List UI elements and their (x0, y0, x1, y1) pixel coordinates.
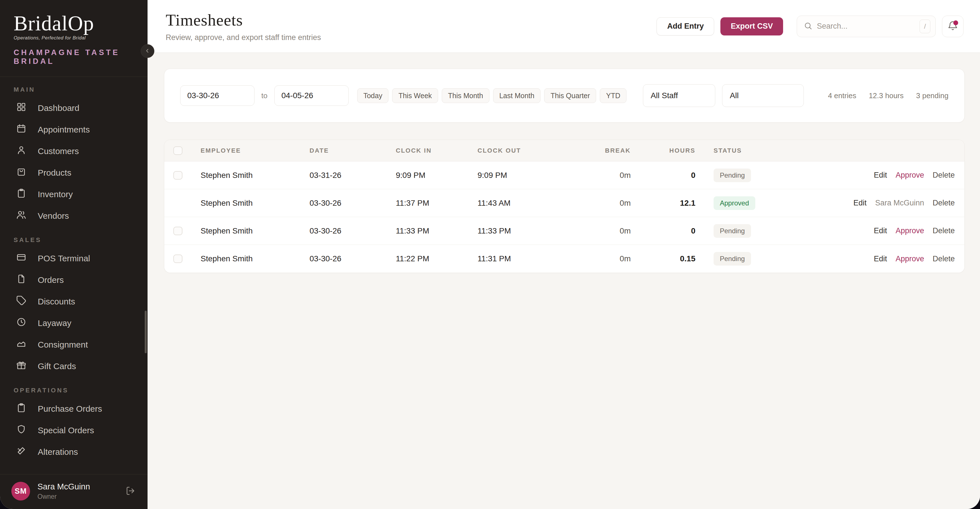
entries-count: 4 entries (828, 91, 856, 100)
approve-link[interactable]: Approve (896, 254, 924, 263)
edit-link[interactable]: Edit (853, 199, 867, 207)
edit-link[interactable]: Edit (874, 171, 887, 180)
cell-date: 03-30-26 (310, 226, 396, 235)
edit-link[interactable]: Edit (874, 226, 887, 235)
sidebar-item-customers[interactable]: Customers (0, 140, 148, 162)
table-header-row: EMPLOYEE DATE CLOCK IN CLOCK OUT BREAK H… (164, 140, 964, 161)
cell-clock-in: 11:37 PM (396, 199, 477, 208)
user-role: Owner (37, 493, 90, 501)
sidebar-item-label: Special Orders (38, 426, 94, 435)
app-logo: BridalOp (14, 13, 134, 35)
cell-clock-in: 11:33 PM (396, 226, 477, 235)
select-all-checkbox[interactable] (173, 146, 183, 155)
add-entry-button[interactable]: Add Entry (657, 17, 714, 35)
range-this-quarter-button[interactable]: This Quarter (544, 88, 596, 103)
sidebar-collapse-button[interactable] (141, 44, 154, 58)
brand-block: BridalOp Operations, Perfected for Brida… (0, 0, 148, 77)
logout-button[interactable] (126, 486, 135, 496)
column-header-hours: HOURS (631, 147, 695, 154)
notifications-button[interactable] (942, 16, 964, 37)
shopping-bag-icon (16, 167, 26, 179)
cell-date: 03-30-26 (310, 254, 396, 263)
sidebar-item-consignment[interactable]: Consignment (0, 334, 148, 356)
sidebar-item-label: Gift Cards (38, 361, 76, 371)
user-info: Sara McGuinn Owner (37, 482, 90, 501)
sidebar-item-label: Alterations (38, 447, 78, 457)
sidebar-scrollbar[interactable] (145, 311, 147, 353)
delete-link[interactable]: Delete (932, 199, 955, 207)
row-checkbox[interactable] (173, 171, 183, 180)
range-this-month-button[interactable]: This Month (442, 88, 490, 103)
range-ytd-button[interactable]: YTD (600, 88, 627, 103)
sidebar-item-special-orders[interactable]: Special Orders (0, 420, 148, 441)
sidebar-item-vendors[interactable]: Vendors (0, 205, 148, 227)
table-row: Stephen Smith 03-30-26 11:33 PM 11:33 PM… (164, 217, 964, 245)
status-badge: Approved (714, 196, 755, 210)
search-shortcut-key: / (920, 19, 930, 33)
logout-icon (126, 492, 135, 496)
status-badge: Pending (714, 169, 751, 182)
sidebar-item-label: Orders (38, 275, 64, 285)
sidebar-nav: MAIN Dashboard Appointments Customers Pr… (0, 77, 148, 474)
chevron-left-icon (145, 48, 151, 55)
status-filter-select[interactable]: All (722, 84, 804, 107)
sidebar-item-discounts[interactable]: Discounts (0, 291, 148, 312)
staff-filter-select[interactable]: All Staff (643, 84, 715, 107)
cell-clock-in: 9:09 PM (396, 171, 477, 180)
filter-bar: to Today This Week This Month Last Month… (164, 68, 965, 122)
topbar: Timesheets Review, approve, and export s… (148, 0, 980, 53)
row-checkbox[interactable] (173, 227, 183, 235)
sidebar-item-orders[interactable]: Orders (0, 269, 148, 291)
delete-link[interactable]: Delete (932, 171, 955, 180)
sidebar-item-layaway[interactable]: Layaway (0, 312, 148, 334)
cell-clock-out: 11:33 PM (477, 226, 585, 235)
range-today-button[interactable]: Today (357, 88, 389, 103)
sidebar-item-dashboard[interactable]: Dashboard (0, 97, 148, 119)
export-csv-button[interactable]: Export CSV (721, 17, 783, 35)
user-icon (16, 145, 26, 157)
page-subtitle: Review, approve, and export staff time e… (166, 33, 321, 42)
cell-clock-out: 11:43 AM (477, 199, 585, 208)
sidebar-item-purchase-orders[interactable]: Purchase Orders (0, 398, 148, 420)
edit-link[interactable]: Edit (874, 254, 887, 263)
user-footer: SM Sara McGuinn Owner (0, 474, 148, 509)
row-checkbox[interactable] (173, 254, 183, 263)
search-icon (804, 22, 812, 31)
date-from-input[interactable] (180, 85, 255, 106)
sidebar-item-alterations[interactable]: Alterations (0, 441, 148, 463)
page-heading: Timesheets Review, approve, and export s… (166, 11, 321, 42)
approve-link[interactable]: Approve (896, 226, 924, 235)
row-actions: Edit Approve Delete (874, 226, 955, 235)
sidebar-item-inventory[interactable]: Inventory (0, 184, 148, 205)
delete-link[interactable]: Delete (932, 226, 955, 235)
sidebar-item-products[interactable]: Products (0, 162, 148, 184)
cell-break: 0m (585, 254, 631, 263)
range-last-month-button[interactable]: Last Month (493, 88, 541, 103)
file-icon (16, 274, 26, 286)
cell-employee: Stephen Smith (200, 199, 310, 208)
app-window: BridalOp Operations, Perfected for Brida… (0, 0, 980, 509)
users-icon (16, 210, 26, 222)
column-header-clock-in: CLOCK IN (396, 147, 477, 154)
sidebar-item-pos-terminal[interactable]: POS Terminal (0, 248, 148, 269)
delete-link[interactable]: Delete (932, 254, 955, 263)
approve-link[interactable]: Approve (896, 171, 924, 180)
cell-date: 03-30-26 (310, 199, 396, 208)
tag-icon (16, 295, 26, 307)
nav-section-main: MAIN (14, 86, 148, 93)
sidebar-item-appointments[interactable]: Appointments (0, 119, 148, 140)
quick-range-group: Today This Week This Month Last Month Th… (357, 88, 627, 103)
cell-employee: Stephen Smith (200, 226, 310, 235)
store-name: CHAMPAGNE TASTE BRIDAL (14, 48, 134, 66)
range-this-week-button[interactable]: This Week (392, 88, 438, 103)
table-row: Stephen Smith 03-31-26 9:09 PM 9:09 PM 0… (164, 161, 964, 189)
sidebar-item-gift-cards[interactable]: Gift Cards (0, 356, 148, 377)
user-name: Sara McGuinn (37, 482, 90, 492)
clipboard-icon (16, 188, 26, 200)
cell-hours: 0 (631, 171, 695, 180)
date-to-input[interactable] (274, 85, 349, 106)
column-header-clock-out: CLOCK OUT (477, 147, 585, 154)
cell-break: 0m (585, 199, 631, 208)
grid-icon (16, 102, 26, 114)
search-input[interactable] (817, 22, 915, 31)
